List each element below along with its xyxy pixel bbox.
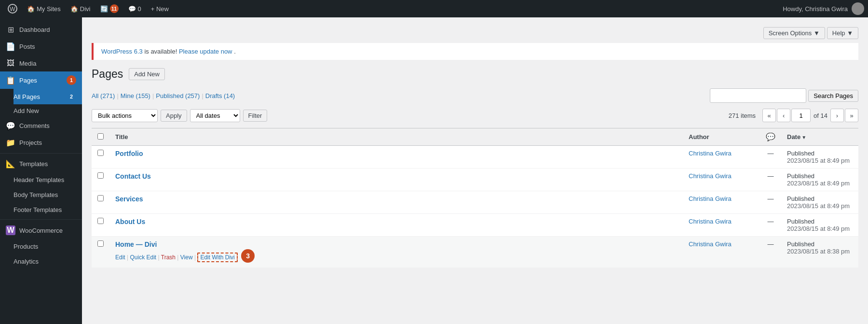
posts-icon: 📄 <box>6 42 15 51</box>
table-row: Portfolio Christina Gwira — Published 20… <box>92 146 858 169</box>
bulk-actions-select[interactable]: Bulk actions Edit Move to Trash <box>92 109 158 122</box>
sidebar-item-comments[interactable]: 💬 Comments <box>0 117 82 134</box>
add-new-page-button[interactable]: Add New <box>129 68 165 80</box>
update-notice: WordPress 6.3 is available! Please updat… <box>92 43 858 60</box>
sidebar-item-woocommerce[interactable]: W WooCommerce <box>0 222 82 239</box>
please-update-link[interactable]: Please update now <box>179 48 232 55</box>
page-title-link[interactable]: Contact Us <box>115 172 151 180</box>
date-cell: Published 2023/08/15 at 8:49 pm <box>781 146 858 169</box>
row-checkbox[interactable] <box>97 150 104 156</box>
pagination: « ‹ of 14 › » <box>762 109 858 122</box>
col-header-title: Title <box>109 128 683 146</box>
filter-links: All (271) | Mine (155) | Published (257)… <box>92 88 858 103</box>
sidebar-item-posts[interactable]: 📄 Posts <box>0 38 82 55</box>
new-content-button[interactable]: + New <box>147 0 173 17</box>
update-notice-mid-text: is available! <box>144 48 179 55</box>
pages-badge: 1 <box>67 75 76 85</box>
date-cell: Published 2023/08/15 at 8:38 pm <box>781 237 858 268</box>
sidebar-item-pages[interactable]: 📋 Pages 1 <box>0 71 82 89</box>
first-page-button[interactable]: « <box>762 109 776 122</box>
date-cell: Published 2023/08/15 at 8:49 pm <box>781 191 858 214</box>
filter-button[interactable]: Filter <box>243 110 268 122</box>
wp-logo-button[interactable]: W <box>4 0 21 17</box>
author-link[interactable]: Christina Gwira <box>689 218 732 225</box>
search-pages-button[interactable]: Search Pages <box>808 90 858 102</box>
last-page-button[interactable]: » <box>845 109 858 122</box>
page-title-link[interactable]: Services <box>115 195 143 203</box>
step-3-badge: 3 <box>241 249 255 263</box>
wordpress-version-link[interactable]: WordPress 6.3 <box>101 48 143 55</box>
page-title-link[interactable]: About Us <box>115 218 145 225</box>
sidebar-item-all-pages[interactable]: All Pages 2 <box>14 89 82 104</box>
next-page-button[interactable]: › <box>830 109 844 122</box>
row-checkbox[interactable] <box>97 195 104 201</box>
current-page-input[interactable] <box>791 109 811 122</box>
sidebar-item-header-templates[interactable]: Header Templates <box>0 172 82 187</box>
apply-button[interactable]: Apply <box>161 110 187 122</box>
trash-link[interactable]: Trash <box>161 254 176 261</box>
quick-edit-link[interactable]: Quick Edit <box>130 254 156 261</box>
row-checkbox[interactable] <box>97 240 104 247</box>
page-title-link[interactable]: Home — Divi <box>115 240 157 248</box>
divi-icon: 🏠 <box>70 5 78 13</box>
row-checkbox[interactable] <box>97 172 104 179</box>
table-row: Home — Divi Edit | Quick Edit | Trash | … <box>92 237 858 268</box>
search-area: Search Pages <box>710 88 858 103</box>
comments-cell: — <box>760 169 781 191</box>
search-pages-input[interactable] <box>710 88 806 103</box>
sidebar-item-projects[interactable]: 📁 Projects <box>0 134 82 151</box>
filter-drafts-link[interactable]: Drafts (14) <box>205 92 235 99</box>
sidebar-item-media[interactable]: 🖼 Media <box>0 55 82 71</box>
comments-cell: — <box>760 237 781 268</box>
sidebar: ⊞ Dashboard 📄 Posts 🖼 Media 📋 Pages 1 Al… <box>0 17 82 324</box>
edit-with-divi-link[interactable]: Edit With Divi <box>197 253 237 262</box>
col-header-author: Author <box>683 128 760 146</box>
table-row: Contact Us Christina Gwira — Published 2… <box>92 169 858 191</box>
sidebar-item-dashboard[interactable]: ⊞ Dashboard <box>0 21 82 38</box>
screen-options-button[interactable]: Screen Options ▼ <box>763 27 825 39</box>
table-row: About Us Christina Gwira — Published 202… <box>92 214 858 237</box>
filter-published-link[interactable]: Published (257) <box>156 92 200 99</box>
sidebar-item-body-templates[interactable]: Body Templates <box>0 187 82 202</box>
sidebar-item-footer-templates[interactable]: Footer Templates <box>0 202 82 217</box>
comments-button[interactable]: 💬 0 <box>124 0 145 17</box>
col-header-comments[interactable]: 💬 <box>760 128 781 146</box>
projects-icon: 📁 <box>6 138 15 147</box>
author-link[interactable]: Christina Gwira <box>689 150 732 157</box>
author-link[interactable]: Christina Gwira <box>689 172 732 180</box>
date-filter-select[interactable]: All dates <box>190 109 240 122</box>
main-content: Screen Options ▼ Help ▼ WordPress 6.3 is… <box>82 17 868 324</box>
sidebar-item-add-new-page[interactable]: Add New <box>14 104 82 117</box>
prev-page-button[interactable]: ‹ <box>777 109 790 122</box>
filter-all-link[interactable]: All (271) <box>92 92 115 99</box>
row-actions: Edit | Quick Edit | Trash | View | Edit … <box>115 250 677 264</box>
edit-link[interactable]: Edit <box>115 254 125 261</box>
view-link[interactable]: View <box>180 254 193 261</box>
sidebar-item-analytics[interactable]: Analytics <box>0 254 82 269</box>
help-button[interactable]: Help ▼ <box>827 27 858 39</box>
sidebar-item-templates[interactable]: 📐 Templates <box>0 155 82 172</box>
comments-header-icon: 💬 <box>766 133 775 141</box>
comments-cell: — <box>760 191 781 214</box>
all-pages-badge: 2 <box>67 92 76 101</box>
top-buttons: Screen Options ▼ Help ▼ <box>92 27 858 39</box>
comments-cell: — <box>760 146 781 169</box>
updates-button[interactable]: 🔄 11 <box>96 0 122 17</box>
my-sites-button[interactable]: 🏠 My Sites <box>23 0 65 17</box>
divi-site-button[interactable]: 🏠 Divi <box>67 0 95 17</box>
col-header-date[interactable]: Date▼ <box>781 128 858 146</box>
date-cell: Published 2023/08/15 at 8:49 pm <box>781 214 858 237</box>
comments-sidebar-icon: 💬 <box>6 121 15 130</box>
filter-mine-link[interactable]: Mine (155) <box>121 92 150 99</box>
select-all-checkbox[interactable] <box>97 133 104 140</box>
toolbar-right: 271 items « ‹ of 14 › » <box>729 109 858 122</box>
updates-icon: 🔄 <box>100 5 108 13</box>
user-greeting: Howdy, Christina Gwira <box>783 5 848 13</box>
sidebar-item-products[interactable]: Products <box>0 239 82 254</box>
update-notice-suffix: . <box>234 48 236 55</box>
home-icon: 🏠 <box>27 5 35 13</box>
row-checkbox[interactable] <box>97 218 104 224</box>
author-link[interactable]: Christina Gwira <box>689 195 732 202</box>
page-title-link[interactable]: Portfolio <box>115 150 143 157</box>
author-link[interactable]: Christina Gwira <box>689 240 732 248</box>
